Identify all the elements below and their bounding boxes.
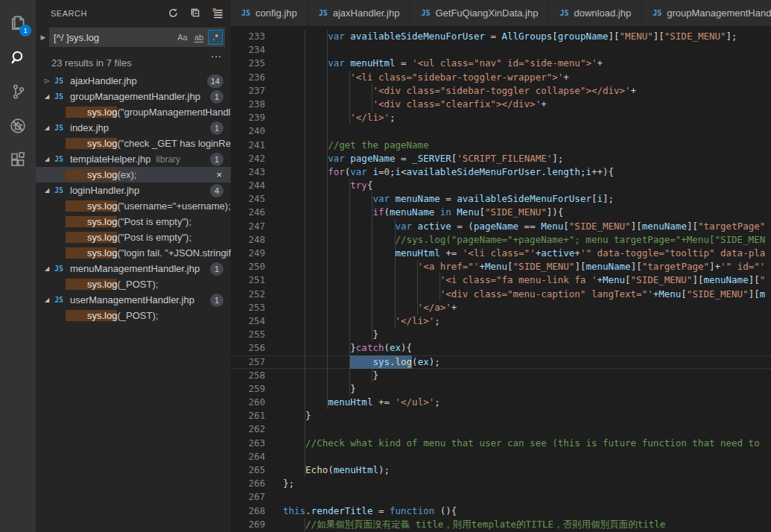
- debug-icon[interactable]: [0, 109, 36, 143]
- code-line[interactable]: 264: [231, 450, 771, 463]
- code-line[interactable]: 237'<div class="sidebar-toggler collapse…: [231, 84, 771, 98]
- code-line[interactable]: 269//如果個別頁面沒有定義 title，則用template的TITLE，否…: [231, 518, 771, 531]
- code-token: [: [681, 288, 687, 301]
- search-result-file-row[interactable]: ◢JStemplateHelper.jhplibrary1: [36, 151, 231, 167]
- match-case-toggle[interactable]: Aa: [175, 30, 190, 45]
- search-result-file-row[interactable]: ◢JSgroupManagementHandler.jhp1: [36, 89, 231, 104]
- code-line[interactable]: 239'</li>';: [231, 111, 771, 124]
- refresh-icon[interactable]: [165, 6, 180, 21]
- code-line[interactable]: 246if(menuName in Menu["SIDE_MENU"]){: [231, 206, 771, 219]
- code-line[interactable]: 248//sys.log("pageName="+pageName+"; men…: [231, 233, 771, 247]
- whole-word-toggle[interactable]: ab: [191, 30, 206, 45]
- line-number: 234: [231, 43, 265, 57]
- code-line[interactable]: 236'<li class="sidebar-toggler-wrapper">…: [231, 71, 771, 84]
- code-line[interactable]: 235var menuHtml = '<ul class="nav" id="s…: [231, 57, 771, 70]
- clear-search-results-icon[interactable]: [210, 6, 225, 21]
- search-result-match-row[interactable]: sys.log("Post is empty");: [36, 214, 231, 229]
- code-line[interactable]: 268this.renderTitle = function (){: [231, 504, 771, 518]
- line-number: 259: [231, 382, 265, 396]
- code-line[interactable]: 249menuHtml += '<li class="'+active+'" d…: [231, 247, 771, 260]
- code-line[interactable]: 265Echo(menuHtml);: [231, 463, 771, 477]
- search-result-match-row[interactable]: sys.log("Post is empty");: [36, 229, 231, 245]
- extensions-icon[interactable]: [0, 143, 36, 177]
- toggle-search-details-button[interactable]: ...: [211, 51, 222, 57]
- search-result-match-row[interactable]: sys.log(_POST);: [36, 276, 231, 292]
- js-file-icon: JS: [241, 9, 250, 17]
- code-token: '</a>': [418, 301, 451, 314]
- source-control-icon[interactable]: [0, 75, 36, 109]
- search-view-icon[interactable]: [0, 40, 36, 75]
- match-count-badge: 1: [210, 153, 223, 166]
- code-line[interactable]: 244try{: [231, 179, 771, 192]
- code-line[interactable]: 252'<div class="menu-caption" langText="…: [231, 288, 771, 301]
- code-line[interactable]: 240: [231, 124, 771, 138]
- code-line[interactable]: 259}: [231, 382, 771, 396]
- search-result-file-row[interactable]: ◢JSloginHandler.jhp4: [36, 183, 231, 198]
- code-line[interactable]: 234: [231, 43, 771, 57]
- collapse-all-icon[interactable]: [188, 6, 203, 21]
- code-line[interactable]: 233var availableSideMenuForUser = AllGro…: [231, 30, 771, 43]
- code-line[interactable]: 253'</a>'+: [231, 301, 771, 314]
- code-line[interactable]: 258}: [231, 369, 771, 382]
- twisty-expanded-icon[interactable]: ◢: [45, 292, 54, 308]
- twisty-expanded-icon[interactable]: ◢: [45, 151, 54, 167]
- search-result-match-row[interactable]: sys.log("groupManagementHandl…: [36, 104, 231, 120]
- code-line[interactable]: 255}: [231, 328, 771, 341]
- editor-tab[interactable]: JSconfig.jhp: [231, 0, 308, 26]
- search-result-file-row[interactable]: ◢JSindex.jhp1: [36, 120, 231, 136]
- code-line[interactable]: 261}: [231, 409, 771, 422]
- search-result-match-row[interactable]: sys.log("username="+username);: [36, 198, 231, 214]
- code-line[interactable]: 241//get the pageName: [231, 139, 771, 152]
- editor-tab[interactable]: JSgroupManagementHandler.jhp: [642, 0, 771, 26]
- code-token: renderTitle: [311, 504, 373, 518]
- code-line[interactable]: 238'<div class="clearfix"></div>'+: [231, 98, 771, 111]
- code-line[interactable]: 251'<i class="fa menu-link fa '+Menu["SI…: [231, 273, 771, 287]
- code-token: try: [350, 179, 367, 192]
- code-area[interactable]: 233var availableSideMenuForUser = AllGro…: [231, 26, 771, 532]
- code-line[interactable]: 260menuHtml += '</ul>';: [231, 396, 771, 409]
- search-result-file-row[interactable]: ▷JSajaxHandler.jhp14: [36, 73, 231, 89]
- twisty-expanded-icon[interactable]: ◢: [45, 261, 54, 276]
- code-token: }: [350, 341, 356, 355]
- code-line[interactable]: 267: [231, 490, 771, 504]
- line-number: 262: [231, 422, 265, 436]
- code-line[interactable]: 242var pageName = _SERVER['SCRIPT_FILENA…: [231, 152, 771, 165]
- code-line[interactable]: 243for(var i=0;i<availableSideMenuForUse…: [231, 165, 771, 179]
- search-result-match-row[interactable]: sys.log("login fail. "+JSON.stringif…: [36, 245, 231, 261]
- toggle-replace-chevron-icon[interactable]: ▶: [37, 34, 49, 41]
- twisty-expanded-icon[interactable]: ◢: [45, 89, 54, 104]
- editor-tab[interactable]: JSdownload.jhp: [549, 0, 642, 26]
- code-line[interactable]: 262: [231, 422, 771, 436]
- search-result-file-row[interactable]: ◢JSuserManagementHandler.jhp1: [36, 292, 231, 308]
- code-line[interactable]: 256}catch(ex){: [231, 341, 771, 355]
- indent-guides: [283, 463, 305, 477]
- search-result-match-row[interactable]: sys.log(_POST);: [36, 308, 231, 323]
- indent-guides: [283, 179, 350, 192]
- indent-guides: [283, 260, 418, 273]
- search-result-match-row[interactable]: sys.log("check _GET has loginResu…: [36, 136, 231, 151]
- code-token: [: [507, 260, 513, 273]
- search-result-match-row[interactable]: sys.log(ex);×: [36, 167, 231, 183]
- explorer-icon[interactable]: 1: [0, 6, 36, 40]
- twisty-expanded-icon[interactable]: ◢: [45, 120, 54, 136]
- editor-tab[interactable]: JSGetFuQiangXinData.jhp: [410, 0, 549, 26]
- code-line[interactable]: 257 sys.log(ex);: [231, 355, 771, 369]
- code-line[interactable]: 250'<a href="'+Menu["SIDE_MENU"][menuNam…: [231, 260, 771, 273]
- code-line[interactable]: 254'</li>';: [231, 314, 771, 328]
- code-line[interactable]: 263//Check what kind of menu that user c…: [231, 437, 771, 450]
- match-highlight: sys.log: [66, 107, 117, 118]
- twisty-expanded-icon[interactable]: ◢: [45, 183, 54, 198]
- regex-toggle[interactable]: .*: [208, 30, 223, 45]
- twisty-collapsed-icon[interactable]: ▷: [45, 73, 54, 89]
- code-token: availableSideMenuForUser: [350, 30, 485, 43]
- editor-tab[interactable]: JSajaxHandler.jhp: [308, 0, 411, 26]
- code-line[interactable]: 266};: [231, 477, 771, 490]
- code-token: var: [328, 30, 350, 43]
- search-result-file-row[interactable]: ◢JSmenuManagementHandler.jhp1: [36, 261, 231, 276]
- code-token: '<li class="sidebar-toggler-wrapper">': [350, 71, 563, 84]
- code-token: +: [536, 247, 542, 260]
- code-line[interactable]: 247var active = (pageName == Menu["SIDE_…: [231, 220, 771, 233]
- code-token: '</li>': [350, 111, 390, 124]
- code-line[interactable]: 245var menuName = availableSideMenuForUs…: [231, 192, 771, 206]
- dismiss-match-icon[interactable]: ×: [216, 169, 222, 180]
